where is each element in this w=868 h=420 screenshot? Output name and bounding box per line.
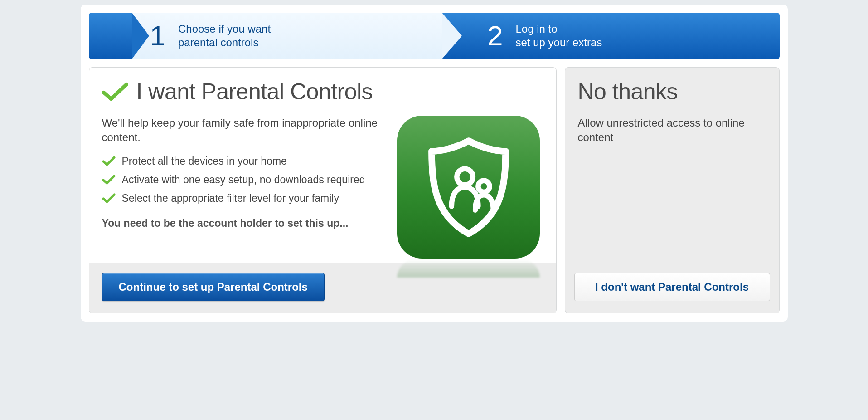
svg-point-1 xyxy=(478,181,489,192)
no-thanks-card: No thanks Allow unrestricted access to o… xyxy=(565,67,780,313)
step-2-number: 2 xyxy=(487,22,503,50)
checkmark-icon xyxy=(102,174,116,185)
step-1: 1 Choose if you want parental controls xyxy=(89,13,442,59)
checkmark-icon xyxy=(102,193,116,204)
list-item: Select the appropriate filter level for … xyxy=(102,192,380,205)
checkmark-icon xyxy=(102,156,116,166)
want-lead: We'll help keep your family safe from in… xyxy=(102,116,380,145)
page-card: 1 Choose if you want parental controls 2… xyxy=(81,5,788,322)
step-1-number: 1 xyxy=(150,22,165,50)
want-parental-controls-card: I want Parental Controls We'll help keep… xyxy=(89,67,557,313)
list-item: Activate with one easy setup, no downloa… xyxy=(102,174,380,186)
account-holder-note: You need to be the account holder to set… xyxy=(102,217,380,230)
options-row: I want Parental Controls We'll help keep… xyxy=(89,67,780,313)
shield-graphic xyxy=(394,116,543,259)
checkmark-icon xyxy=(102,82,128,102)
no-thanks-lead: Allow unrestricted access to online cont… xyxy=(578,116,766,145)
benefits-list: Protect all the devices in your home Act… xyxy=(102,155,380,205)
step-bar: 1 Choose if you want parental controls 2… xyxy=(89,13,780,59)
want-title: I want Parental Controls xyxy=(136,78,373,105)
continue-setup-button[interactable]: Continue to set up Parental Controls xyxy=(102,273,325,301)
chevron-right-icon xyxy=(442,13,462,59)
step-1-text: Choose if you want parental controls xyxy=(178,22,271,49)
no-thanks-title: No thanks xyxy=(578,78,766,105)
step-2: 2 Log in to set up your extras xyxy=(442,13,780,59)
dont-want-button[interactable]: I don't want Parental Controls xyxy=(574,273,770,301)
shield-family-icon xyxy=(397,116,540,259)
svg-point-0 xyxy=(456,169,473,185)
step-2-text: Log in to set up your extras xyxy=(515,22,602,49)
list-item: Protect all the devices in your home xyxy=(102,155,380,167)
